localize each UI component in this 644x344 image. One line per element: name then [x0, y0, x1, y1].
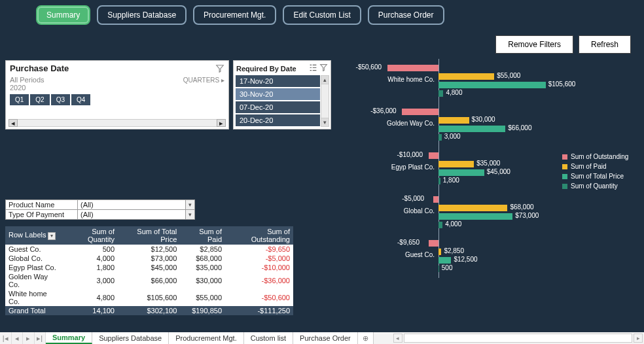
- bar-label: -$5,000: [402, 195, 424, 202]
- bar-label: $55,000: [497, 72, 520, 79]
- bar-outstanding: [433, 196, 438, 203]
- pivot-table: Row Labels▾ Sum of Quantity Sum of Total…: [5, 226, 293, 315]
- bar-outstanding: [429, 152, 439, 159]
- bar-label: $66,000: [508, 124, 531, 131]
- date-item[interactable]: 07-Dec-20: [236, 101, 320, 113]
- nav-summary[interactable]: Summary: [36, 5, 90, 25]
- bar-paid: [438, 117, 469, 124]
- bar-label: $2,850: [444, 247, 464, 254]
- date-item[interactable]: 30-Nov-20: [236, 88, 320, 100]
- bar-paid: [438, 249, 441, 255]
- filter-payment-type-value: (All): [78, 210, 185, 219]
- slicer-scroll-right[interactable]: ▸: [217, 119, 226, 127]
- chart-category-label: Guest Co.: [336, 251, 435, 258]
- bar-qty: [438, 266, 439, 272]
- purchase-date-slicer: Purchase Date All Periods QUARTERS ▸ 202…: [5, 60, 229, 129]
- filter-product-name-value: (All): [78, 200, 185, 209]
- sheet-tab[interactable]: Summary: [46, 332, 92, 344]
- bar-label: $68,000: [510, 203, 533, 211]
- filter-payment-type-label: Type Of Payment: [6, 210, 78, 219]
- slicer-q3[interactable]: Q3: [51, 94, 70, 105]
- slicer-scroll-left[interactable]: ◂: [9, 119, 18, 127]
- bar-qty: [438, 134, 442, 141]
- bar-total: [438, 82, 546, 88]
- chart-category: -$36,000Golden Way Co.$30,000$66,0003,00…: [336, 105, 637, 146]
- table-row: Global Co.4,000$73,000$68,000-$5,000: [5, 254, 293, 263]
- col-total: Sum of Total Price: [118, 226, 180, 245]
- filter-product-name-label: Product Name: [6, 200, 78, 209]
- chart-category-label: Golden Way Co.: [336, 120, 435, 127]
- slicer-scroll-track[interactable]: [18, 119, 217, 127]
- scroll-up-icon[interactable]: ▴: [321, 76, 329, 84]
- chart-category: -$9,650Guest Co.$2,850$12,500500: [336, 237, 637, 277]
- nav-edit-custom-list[interactable]: Edit Custom List: [283, 5, 361, 25]
- col-outstanding: Sum of Outstanding: [225, 226, 293, 245]
- table-row: White home Co.4,800$105,600$55,000-$50,6…: [5, 289, 293, 306]
- sheet-add-button[interactable]: ⊕: [358, 332, 374, 344]
- sheet-tab[interactable]: Custom list: [244, 332, 293, 344]
- sheet-nav-first[interactable]: |◂: [0, 332, 12, 344]
- filter-product-name-dropdown[interactable]: ▾: [185, 200, 194, 209]
- sheet-nav-next[interactable]: ▸: [23, 332, 35, 344]
- rowlabels-dropdown-icon[interactable]: ▾: [48, 232, 56, 240]
- slicer-level-label[interactable]: QUARTERS ▸: [183, 77, 224, 84]
- bar-qty: [438, 178, 440, 184]
- table-row: Golden Way Co.3,000$66,000$30,000-$36,00…: [5, 272, 293, 289]
- col-rowlabels[interactable]: Row Labels▾: [5, 226, 62, 245]
- refresh-button[interactable]: Refresh: [579, 35, 631, 54]
- bar-label: $30,000: [472, 116, 495, 123]
- slicer-q4[interactable]: Q4: [71, 94, 90, 105]
- slicer-year: 2020: [6, 84, 228, 92]
- bar-label: -$9,650: [397, 239, 420, 246]
- summary-bar-chart: -$50,600White home Co.$55,000$105,6004,8…: [336, 59, 637, 284]
- legend-total: Sum of Total Price: [571, 173, 624, 180]
- bar-paid: [438, 73, 494, 80]
- bar-qty: [438, 90, 443, 97]
- bar-total: [438, 126, 505, 132]
- col-paid: Sum of Paid: [180, 226, 225, 245]
- nav-suppliers[interactable]: Suppliers Database: [97, 5, 187, 25]
- hscroll-left[interactable]: ◂: [393, 334, 402, 343]
- slicer-all-periods[interactable]: All Periods: [10, 76, 45, 84]
- hscroll-right[interactable]: ▸: [634, 334, 643, 343]
- bar-label: $35,000: [476, 160, 500, 167]
- chart-category-label: Global Co.: [336, 207, 435, 215]
- sheet-tab[interactable]: Producrement Mgt.: [169, 332, 244, 344]
- nav-procurement[interactable]: Procurement Mgt.: [193, 5, 276, 25]
- sheet-nav-prev[interactable]: ◂: [12, 332, 24, 344]
- bar-label: $12,500: [454, 256, 477, 263]
- bar-label: 1,800: [443, 177, 459, 184]
- bar-label: $73,000: [515, 212, 539, 219]
- bar-outstanding: [402, 109, 438, 115]
- bar-outstanding: [429, 240, 438, 247]
- chart-category-label: White home Co.: [336, 76, 435, 83]
- slicer-q1[interactable]: Q1: [10, 94, 29, 105]
- slicer-q2[interactable]: Q2: [30, 94, 49, 105]
- multiselect-icon[interactable]: [307, 63, 317, 73]
- filter-payment-type-dropdown[interactable]: ▾: [185, 210, 194, 219]
- legend-paid: Sum of Paid: [571, 163, 606, 170]
- bar-total: [438, 213, 512, 220]
- hscroll-track[interactable]: [404, 334, 632, 343]
- table-row: Egyp Plast Co.1,800$45,000$35,000-$10,00…: [5, 263, 293, 272]
- bar-label: 3,000: [444, 133, 461, 140]
- remove-filters-button[interactable]: Remove Filters: [495, 35, 573, 54]
- bar-label: -$36,000: [370, 107, 396, 114]
- slicer-title: Purchase Date: [10, 63, 69, 73]
- sheet-nav-last[interactable]: ▸|: [35, 332, 46, 344]
- chart-category-label: Egyp Plast Co.: [336, 163, 435, 171]
- slicer2-scrollbar[interactable]: ▴ ▾: [321, 75, 329, 127]
- legend-outstanding: Sum of Outstanding: [571, 153, 628, 160]
- date-item[interactable]: 20-Dec-20: [236, 114, 320, 126]
- sheet-tab[interactable]: Purchase Order: [293, 332, 358, 344]
- scroll-down-icon[interactable]: ▾: [321, 118, 329, 126]
- clear-filter-icon[interactable]: [215, 64, 224, 73]
- date-item[interactable]: 17-Nov-20: [236, 75, 320, 87]
- bar-label: 4,800: [446, 89, 462, 96]
- required-date-slicer: Required By Date 17-Nov-2030-Nov-2007-De…: [233, 60, 331, 129]
- clear-filter-icon-2[interactable]: [317, 63, 328, 73]
- nav-purchase-order[interactable]: Purchase Order: [368, 5, 444, 25]
- chart-category: -$50,600White home Co.$55,000$105,6004,8…: [336, 61, 637, 102]
- sheet-tab[interactable]: Suppliers Database: [92, 332, 169, 344]
- table-row: Guest Co.500$12,500$2,850-$9,650: [5, 245, 293, 254]
